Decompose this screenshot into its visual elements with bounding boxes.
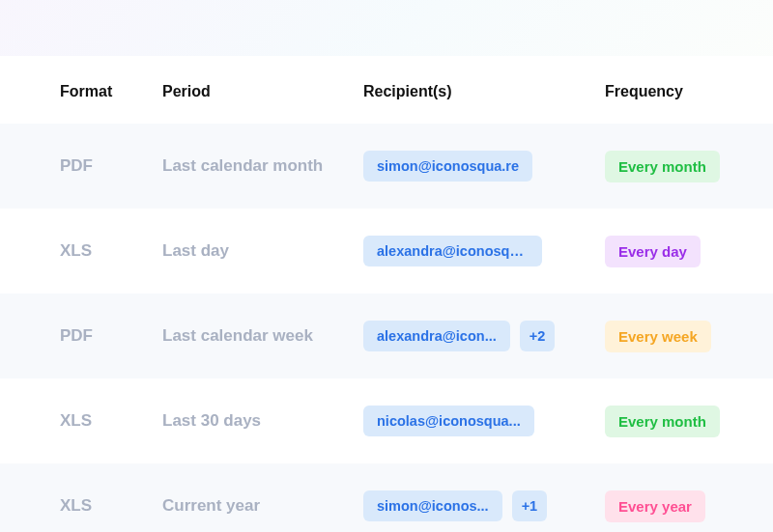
column-header-frequency: Frequency (605, 83, 759, 100)
frequency-pill[interactable]: Every month (605, 151, 720, 182)
column-header-format: Format (0, 83, 162, 100)
recipients-cell: simon@iconos... +1 (363, 490, 605, 521)
reports-table: Format Period Recipient(s) Frequency PDF… (0, 56, 773, 532)
period-cell: Last 30 days (162, 411, 363, 431)
format-cell: XLS (0, 241, 162, 261)
recipient-more-badge[interactable]: +2 (520, 321, 556, 351)
period-cell: Last day (162, 241, 363, 261)
frequency-pill[interactable]: Every month (605, 406, 720, 437)
format-cell: PDF (0, 156, 162, 176)
frequency-cell: Every day (605, 236, 759, 267)
period-cell: Last calendar week (162, 326, 363, 346)
recipient-chip[interactable]: nicolas@iconosqua... (363, 406, 534, 436)
recipient-chip[interactable]: alexandra@icon... (363, 321, 510, 351)
recipient-chip[interactable]: simon@iconos... (363, 490, 502, 521)
table-row: XLS Current year simon@iconos... +1 Ever… (0, 463, 773, 532)
recipient-chip[interactable]: simon@iconosqua.re (363, 151, 532, 182)
format-cell: XLS (0, 411, 162, 431)
recipients-cell: alexandra@icon... +2 (363, 321, 605, 351)
table-row: XLS Last day alexandra@iconosqu... Every… (0, 209, 773, 294)
recipients-cell: simon@iconosqua.re (363, 151, 605, 182)
frequency-pill[interactable]: Every week (605, 321, 711, 352)
frequency-pill[interactable]: Every year (605, 490, 705, 522)
format-cell: XLS (0, 496, 162, 516)
recipient-chip[interactable]: alexandra@iconosqu... (363, 236, 542, 266)
recipient-more-badge[interactable]: +1 (512, 490, 548, 521)
period-cell: Current year (162, 496, 363, 516)
recipients-cell: alexandra@iconosqu... (363, 236, 605, 266)
table-row: PDF Last calendar month simon@iconosqua.… (0, 124, 773, 209)
frequency-cell: Every year (605, 490, 759, 522)
recipients-cell: nicolas@iconosqua... (363, 406, 605, 436)
table-row: XLS Last 30 days nicolas@iconosqua... Ev… (0, 378, 773, 463)
column-header-recipients: Recipient(s) (363, 83, 605, 100)
top-gradient-banner (0, 0, 773, 56)
format-cell: PDF (0, 326, 162, 346)
column-header-period: Period (162, 83, 363, 100)
frequency-cell: Every week (605, 321, 759, 352)
period-cell: Last calendar month (162, 156, 363, 176)
frequency-cell: Every month (605, 406, 759, 437)
frequency-pill[interactable]: Every day (605, 236, 701, 267)
table-header: Format Period Recipient(s) Frequency (0, 56, 773, 124)
table-row: PDF Last calendar week alexandra@icon...… (0, 294, 773, 378)
frequency-cell: Every month (605, 151, 759, 182)
